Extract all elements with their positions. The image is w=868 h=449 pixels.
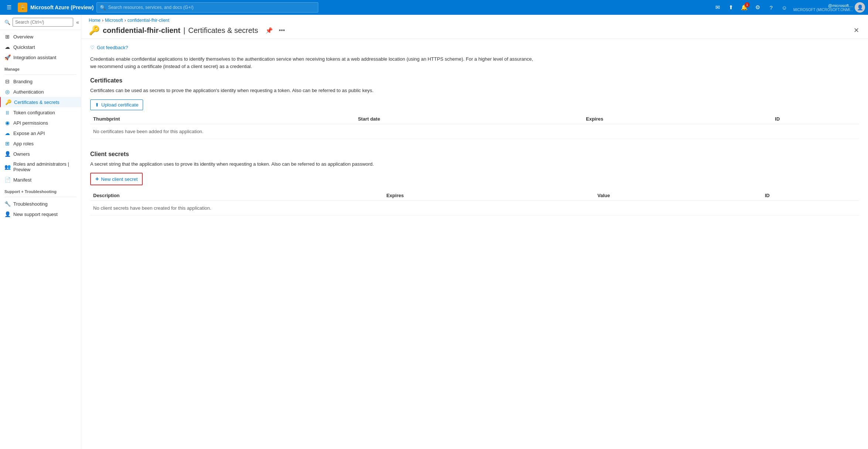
certificates-icon: 🔑	[5, 99, 11, 105]
sidebar-item-branding[interactable]: ⊟ Branding	[0, 76, 81, 87]
sidebar-item-overview[interactable]: ⊞ Overview	[0, 31, 81, 42]
breadcrumb-app[interactable]: confidential-fhir-client	[128, 18, 169, 23]
client-secrets-empty-row: No client secrets have been created for …	[90, 201, 859, 216]
page-title-actions: 📌 •••	[264, 26, 286, 35]
help-icon-btn[interactable]: ?	[765, 1, 777, 13]
roles-icon: 👥	[4, 164, 10, 170]
sidebar-item-roles-administrators[interactable]: 👥 Roles and administrators | Preview	[0, 159, 81, 175]
new-client-secret-button[interactable]: + New client secret	[90, 173, 143, 185]
sidebar-item-label: Certificates & secrets	[14, 99, 60, 105]
title-divider: |	[183, 26, 185, 35]
client-secrets-title: Client secrets	[90, 151, 859, 158]
notification-icon-btn[interactable]: 🔔 1	[739, 1, 750, 13]
value-header: Value	[594, 190, 762, 201]
sidebar-search-area: 🔍 «	[0, 15, 81, 30]
sidebar-search-input[interactable]	[13, 18, 73, 27]
user-org: MICROSOFT (MICROSOFT.ONMI...	[793, 8, 853, 12]
breadcrumb-microsoft[interactable]: Microsoft	[105, 18, 123, 23]
close-button[interactable]: ✕	[852, 26, 861, 35]
sidebar-navigation: ⊞ Overview ☁ Quickstart 🚀 Integration as…	[0, 30, 81, 449]
feedback-bar[interactable]: ♡ Got feedback?	[90, 45, 859, 50]
sidebar-item-owners[interactable]: 👤 Owners	[0, 149, 81, 159]
sidebar-item-label: New support request	[13, 212, 58, 217]
feedback-icon-btn[interactable]: ☺	[779, 1, 790, 13]
breadcrumb-home[interactable]: Home	[89, 18, 101, 23]
sidebar-divider-1	[4, 74, 77, 75]
settings-icon-btn[interactable]: ⚙	[752, 1, 764, 13]
support-request-icon: 👤	[4, 211, 10, 217]
upload-certificate-button[interactable]: ⬆ Upload certificate	[90, 99, 143, 110]
sidebar-item-label: Manifest	[13, 177, 31, 183]
owners-icon: 👤	[4, 151, 10, 157]
heart-icon: ♡	[90, 45, 95, 50]
sidebar-item-token-configuration[interactable]: ||| Token configuration	[0, 107, 81, 118]
email-icon-btn[interactable]: ✉	[712, 1, 724, 13]
expires-header: Expires	[583, 114, 772, 124]
user-info: @microsoft.... MICROSOFT (MICROSOFT.ONMI…	[793, 3, 853, 12]
smiley-icon: ☺	[781, 4, 787, 11]
branding-icon: ⊟	[4, 78, 10, 84]
thumbprint-header: Thumbprint	[90, 114, 355, 124]
sidebar-item-authentication[interactable]: ◎ Authentication	[0, 87, 81, 97]
user-avatar[interactable]: 👤	[855, 2, 865, 13]
sidebar-support-label: Support + Troubleshooting	[0, 185, 81, 195]
token-icon: |||	[4, 109, 10, 115]
breadcrumb: Home › Microsoft › confidential-fhir-cli…	[89, 18, 861, 23]
cloud-upload-icon: ⬆	[729, 4, 733, 11]
sidebar-item-label: Quickstart	[13, 44, 35, 50]
sidebar-item-api-permissions[interactable]: ◉ API permissions	[0, 118, 81, 128]
sidebar-item-label: Expose an API	[13, 131, 45, 136]
id-header2: ID	[762, 190, 859, 201]
sidebar-item-label: API permissions	[13, 120, 48, 126]
sidebar-item-label: Authentication	[13, 89, 44, 95]
sidebar-item-troubleshooting[interactable]: 🔧 Troubleshooting	[0, 199, 81, 209]
sidebar-item-app-roles[interactable]: ⊞ App roles	[0, 138, 81, 149]
client-secrets-description: A secret string that the application use…	[90, 161, 859, 168]
email-icon: ✉	[715, 4, 720, 11]
client-secrets-section: Client secrets A secret string that the …	[90, 151, 859, 216]
sidebar-collapse-btn[interactable]: «	[75, 18, 80, 26]
sidebar-item-label: Roles and administrators | Preview	[13, 161, 77, 172]
notification-badge: 1	[745, 2, 750, 7]
sidebar-item-certificates-secrets[interactable]: 🔑 Certificates & secrets	[0, 97, 81, 107]
certificates-title: Certificates	[90, 77, 859, 84]
certificates-empty-row: No certificates have been added for this…	[90, 124, 859, 139]
plus-icon: +	[95, 176, 99, 182]
main-layout: 🔍 « ⊞ Overview ☁ Quickstart 🚀 Integratio…	[0, 15, 868, 449]
sidebar-item-manifest[interactable]: 📄 Manifest	[0, 175, 81, 185]
search-input[interactable]	[108, 5, 315, 10]
sidebar-item-integration-assistant[interactable]: 🚀 Integration assistant	[0, 52, 81, 63]
expose-api-icon: ☁	[4, 130, 10, 136]
pin-icon[interactable]: 📌	[264, 26, 274, 35]
hamburger-menu[interactable]: ☰	[3, 1, 15, 13]
global-search[interactable]: 🔍	[96, 2, 318, 13]
expires-header2: Expires	[383, 190, 594, 201]
sidebar-item-new-support-request[interactable]: 👤 New support request	[0, 209, 81, 219]
upload-button-label: Upload certificate	[101, 102, 138, 108]
sidebar-item-label: Owners	[13, 151, 30, 157]
sidebar-item-label: Troubleshooting	[13, 201, 48, 207]
certificates-section: Certificates Certificates can be used as…	[90, 77, 859, 139]
upload-icon: ⬆	[95, 102, 99, 108]
overview-icon: ⊞	[4, 34, 10, 40]
app-roles-icon: ⊞	[4, 141, 10, 146]
quickstart-icon: ☁	[4, 44, 10, 50]
cloud-upload-icon-btn[interactable]: ⬆	[725, 1, 737, 13]
ellipsis-icon[interactable]: •••	[277, 26, 286, 34]
certificates-description: Certificates can be used as secrets to p…	[90, 87, 859, 94]
search-icon: 🔍	[100, 5, 106, 10]
integration-icon: 🚀	[4, 54, 10, 60]
page-name: Certificates & secrets	[188, 26, 258, 35]
client-secrets-table: Description Expires Value ID No client s…	[90, 190, 859, 216]
sidebar-manage-label: Manage	[0, 63, 81, 73]
sidebar-item-label: Token configuration	[13, 110, 55, 115]
sidebar-search-icon: 🔍	[4, 20, 10, 25]
sidebar-item-quickstart[interactable]: ☁ Quickstart	[0, 42, 81, 52]
api-permissions-icon: ◉	[4, 120, 10, 126]
help-icon: ?	[770, 4, 773, 11]
manifest-icon: 📄	[4, 177, 10, 183]
page-header: Home › Microsoft › confidential-fhir-cli…	[81, 15, 868, 39]
sidebar-item-label: App roles	[13, 141, 34, 146]
hamburger-icon: ☰	[7, 4, 11, 11]
sidebar-item-expose-api[interactable]: ☁ Expose an API	[0, 128, 81, 138]
